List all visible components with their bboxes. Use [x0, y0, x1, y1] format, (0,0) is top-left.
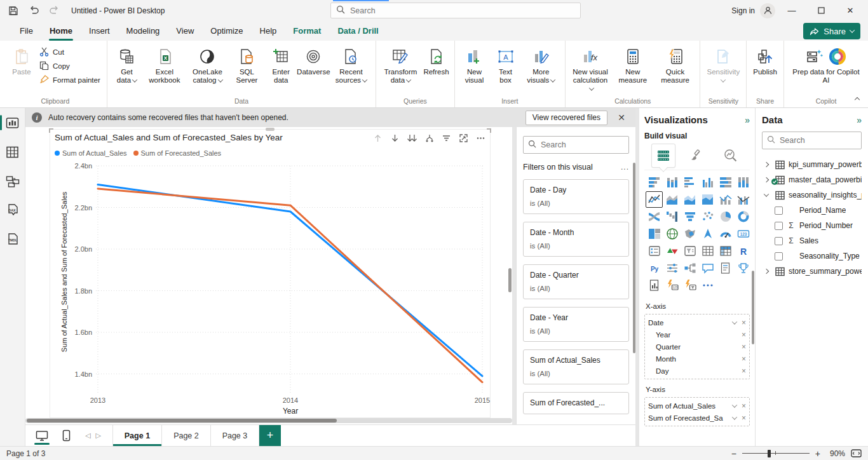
x-axis-field-pill[interactable]: Day×	[648, 365, 746, 377]
smart-narrative-visual-icon[interactable]	[717, 260, 734, 276]
menu-view[interactable]: View	[168, 21, 202, 41]
ribbon-chart-visual-icon[interactable]	[646, 208, 663, 225]
filter-card[interactable]: Sum of Actual_Salesis (All)	[523, 349, 629, 384]
y-axis-well[interactable]: Sum of Actual_Sales×Sum of Forecasted_Sa…	[644, 397, 750, 426]
field-checkbox[interactable]	[775, 206, 783, 215]
collapse-pane-icon[interactable]: »	[857, 115, 862, 125]
metrics-visual-icon[interactable]	[735, 260, 752, 276]
new-visual-calculation-button[interactable]: fx New visual calculation	[569, 44, 611, 95]
x-axis-field-pill[interactable]: Month×	[648, 353, 746, 365]
table-item[interactable]: master_data_powerbi	[762, 172, 862, 187]
save-icon[interactable]	[8, 5, 19, 17]
filters-search-box[interactable]	[523, 136, 629, 154]
zoom-in-button[interactable]: +	[815, 449, 820, 458]
multi-row-card-visual-icon[interactable]	[646, 243, 663, 259]
view-recovered-files-button[interactable]: View recovered files	[526, 111, 607, 125]
field-item[interactable]: Seasonality_Type	[762, 248, 862, 264]
report-canvas[interactable]: Sum of Actual_Sales and Sum of Forecaste…	[25, 127, 512, 424]
clustered-bar-chart-visual-icon[interactable]	[681, 174, 698, 191]
data-search-box[interactable]	[762, 132, 862, 149]
dax-query-view-button[interactable]: DAX	[4, 202, 21, 219]
dataverse-button[interactable]: Dataverse	[298, 44, 329, 95]
zoom-slider-thumb[interactable]	[768, 450, 771, 457]
remove-field-icon[interactable]: ×	[742, 330, 746, 339]
chevron-down-icon[interactable]	[732, 414, 737, 419]
menu-insert[interactable]: Insert	[81, 21, 118, 41]
next-page-icon[interactable]: ▷	[93, 425, 103, 446]
100-stacked-area-chart-visual-icon[interactable]	[699, 191, 716, 208]
y-axis-field-pill[interactable]: Sum of Actual_Sales×	[648, 400, 746, 412]
filter-card[interactable]: Date - Monthis (All)	[523, 222, 629, 257]
page-tab[interactable]: Page 2	[161, 425, 210, 446]
publish-button[interactable]: Publish	[750, 44, 780, 95]
r-script-visual-visual-icon[interactable]: R	[735, 243, 752, 259]
search-input[interactable]	[350, 6, 575, 15]
x-axis-field-pill[interactable]: Year×	[648, 328, 746, 341]
new-slicer-visual-icon[interactable]	[681, 277, 698, 294]
filter-card[interactable]: Date - Yearis (All)	[523, 307, 629, 342]
treemap-visual-icon[interactable]	[646, 226, 663, 242]
close-button[interactable]: ✕	[837, 1, 863, 20]
donut-chart-visual-icon[interactable]	[735, 208, 752, 225]
menu-optimize[interactable]: Optimize	[202, 21, 251, 41]
chevron-down-icon[interactable]	[762, 193, 771, 197]
y-axis-field-pill[interactable]: Sum of Forecasted_Sa×	[648, 412, 746, 424]
line-and-stacked-column-chart-visual-icon[interactable]	[717, 191, 734, 208]
tab-analytics[interactable]	[719, 144, 742, 167]
recent-sources-button[interactable]: Recent sources	[330, 44, 372, 95]
share-button[interactable]: Share	[803, 23, 860, 39]
decomposition-tree-visual-icon[interactable]	[681, 260, 698, 276]
collapse-ribbon-button[interactable]	[855, 95, 859, 104]
zoom-slider[interactable]	[742, 453, 810, 454]
model-view-button[interactable]	[4, 173, 21, 189]
format-painter-button[interactable]: Format painter	[37, 74, 103, 86]
table-visual-icon[interactable]	[699, 243, 716, 259]
enter-data-button[interactable]: Enter data	[266, 44, 297, 95]
tab-build-visual[interactable]	[652, 144, 675, 167]
matrix-visual-icon[interactable]	[717, 243, 734, 259]
x-axis-field-pill[interactable]: Quarter×	[648, 341, 746, 353]
field-checkbox[interactable]	[775, 237, 783, 245]
new-visual-button[interactable]: New visual	[459, 44, 491, 95]
remove-field-icon[interactable]: ×	[742, 318, 746, 327]
text-box-button[interactable]: A Text box	[492, 44, 520, 95]
field-checkbox[interactable]	[775, 222, 783, 230]
menu-data-drill[interactable]: Data / Drill	[329, 21, 386, 41]
qa-visual-visual-icon[interactable]	[699, 260, 716, 276]
chevron-down-icon[interactable]	[732, 319, 737, 324]
menu-help[interactable]: Help	[252, 21, 285, 41]
filter-card[interactable]: Sum of Forecasted_...	[523, 392, 629, 414]
filters-more-options-icon[interactable]: ...	[621, 163, 629, 172]
field-checkbox[interactable]	[775, 252, 783, 260]
banner-close-icon[interactable]: ✕	[614, 112, 629, 123]
card-visual-icon[interactable]: 123	[735, 226, 752, 242]
page-tab[interactable]: Page 3	[210, 425, 259, 446]
scatter-chart-visual-icon[interactable]	[699, 208, 716, 225]
new-measure-button[interactable]: New measure	[613, 44, 653, 95]
sql-server-button[interactable]: SQL Server	[229, 44, 264, 95]
collapse-pane-icon[interactable]: »	[745, 115, 750, 125]
more-visuals-button[interactable]: More visuals	[521, 44, 562, 95]
onelake-catalog-button[interactable]: OneLake catalog	[187, 44, 229, 95]
map-visual-icon[interactable]	[663, 226, 681, 242]
prep-data-copilot-button[interactable]: Prep data for Copilot AI	[788, 44, 864, 95]
stacked-column-chart-visual-icon[interactable]	[663, 174, 681, 191]
python-visual-visual-icon[interactable]: Py	[646, 260, 663, 276]
area-chart-visual-icon[interactable]	[663, 191, 681, 208]
minimize-button[interactable]: —	[779, 1, 804, 20]
remove-field-icon[interactable]: ×	[742, 342, 746, 351]
pie-chart-visual-icon[interactable]	[717, 208, 734, 225]
remove-field-icon[interactable]: ×	[742, 355, 746, 363]
tab-format-visual[interactable]	[686, 144, 709, 167]
table-view-button[interactable]	[4, 144, 21, 160]
report-view-button[interactable]	[4, 114, 21, 131]
filters-search-input[interactable]	[541, 140, 624, 149]
data-search-input[interactable]	[780, 136, 857, 145]
quick-measure-button[interactable]: Quick measure	[654, 44, 696, 95]
field-item[interactable]: ΣSales	[762, 233, 862, 248]
line-chart-visual[interactable]: Sum of Actual_Sales and Sum of Forecaste…	[50, 129, 491, 418]
copy-button[interactable]: Copy	[37, 60, 103, 72]
filter-card[interactable]: Date - Quarteris (All)	[523, 264, 629, 299]
menu-home[interactable]: Home	[41, 21, 81, 41]
excel-workbook-button[interactable]: X Excel workbook	[144, 44, 186, 95]
